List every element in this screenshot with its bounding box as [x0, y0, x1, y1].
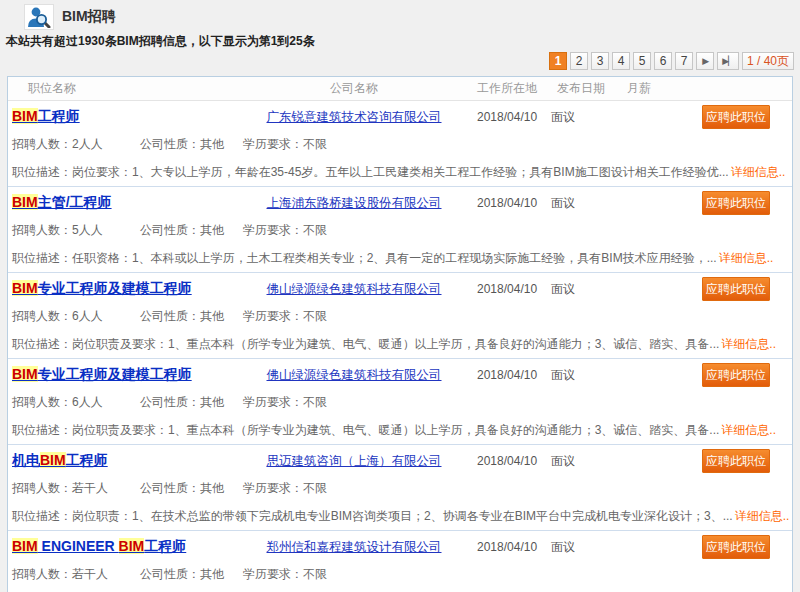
more-info-link[interactable]: 详细信息..: [721, 336, 776, 353]
job-title-cell: BIM专业工程师及建模工程师: [8, 280, 231, 298]
job-date-salary-cell: 2018/04/10面议: [477, 195, 637, 212]
next-page-button[interactable]: ▶: [696, 52, 714, 70]
job-row: BIM专业工程师及建模工程师 佛山绿源绿色建筑科技有限公司 2018/04/10…: [8, 359, 792, 445]
job-row-info-line: 招聘人数：2人人 公司性质：其他 学历要求：不限: [8, 131, 792, 158]
last-page-button[interactable]: ▶▏: [717, 52, 739, 70]
job-row-main-line: BIM专业工程师及建模工程师 佛山绿源绿色建筑科技有限公司 2018/04/10…: [8, 359, 792, 389]
page-button-2[interactable]: 2: [570, 52, 588, 70]
page-button-5[interactable]: 5: [633, 52, 651, 70]
job-post-date: 2018/04/10: [477, 196, 551, 210]
job-date-salary-cell: 2018/04/10面议: [477, 281, 637, 298]
stats-line: 本站共有超过1930条BIM招聘信息，以下显示为第1到25条: [0, 30, 800, 48]
page-title: BIM招聘: [62, 8, 116, 26]
keyword-highlight: BIM: [40, 452, 66, 468]
more-info-link[interactable]: 详细信息..: [719, 250, 774, 267]
job-title-link[interactable]: BIM专业工程师及建模工程师: [12, 366, 192, 382]
header-company: 公司名称: [231, 80, 477, 97]
apply-button[interactable]: 应聘此职位: [702, 277, 770, 301]
job-post-date: 2018/04/10: [477, 540, 551, 554]
logo-box: [24, 4, 54, 30]
title-text: 工程师: [144, 538, 186, 554]
keyword-highlight: BIM: [12, 366, 38, 382]
job-row-info-line: 招聘人数：6人人 公司性质：其他 学历要求：不限: [8, 303, 792, 330]
job-table: 职位名称 公司名称 工作所在地 发布日期 月薪 BIM工程师 广东锐意建筑技术咨…: [7, 76, 793, 592]
job-post-date: 2018/04/10: [477, 282, 551, 296]
job-company-link[interactable]: 广东锐意建筑技术咨询有限公司: [267, 110, 442, 124]
job-title-cell: 机电BIM工程师: [8, 452, 231, 470]
title-text: 专业工程师及建模工程师: [38, 280, 192, 296]
desc-text: 任职资格：1、本科或以上学历，土木工程类相关专业；2、具有一定的工程现场实际施工…: [72, 250, 717, 267]
keyword-highlight: BIM: [119, 538, 145, 554]
pagination: 1234567 ▶ ▶▏ 1 / 40页: [0, 48, 800, 74]
job-row-main-line: BIM ENGINEER BIM工程师 郑州信和嘉程建筑设计有限公司 2018/…: [8, 531, 792, 561]
job-salary: 面议: [551, 196, 575, 210]
education-label: 学历要求：: [243, 481, 303, 495]
keyword-highlight: BIM: [12, 538, 38, 554]
education-value: 不限: [303, 395, 327, 409]
apply-button[interactable]: 应聘此职位: [702, 191, 770, 215]
recruit-count-label: 招聘人数：: [12, 223, 72, 237]
job-company-link[interactable]: 思迈建筑咨询（上海）有限公司: [267, 454, 442, 468]
desc-label: 职位描述：: [12, 422, 72, 439]
education-value: 不限: [303, 309, 327, 323]
recruit-count-pair: 招聘人数：若干人: [12, 566, 140, 583]
job-post-date: 2018/04/10: [477, 110, 551, 124]
job-row-desc-line: 职位描述：岗位要求：1、大专以上学历，年龄在35-45岁。五年以上工民建类相关工…: [8, 158, 792, 186]
page-button-6[interactable]: 6: [654, 52, 672, 70]
apply-button[interactable]: 应聘此职位: [702, 535, 770, 559]
job-row-info-line: 招聘人数：若干人 公司性质：其他 学历要求：不限: [8, 475, 792, 502]
job-title-link[interactable]: BIM ENGINEER BIM工程师: [12, 538, 186, 554]
job-company-link[interactable]: 佛山绿源绿色建筑科技有限公司: [267, 368, 442, 382]
job-company-cell: 思迈建筑咨询（上海）有限公司: [231, 453, 477, 470]
person-search-icon: [27, 6, 51, 28]
job-company-cell: 上海浦东路桥建设股份有限公司: [231, 195, 477, 212]
header-post-date: 发布日期: [557, 80, 627, 97]
job-company-link[interactable]: 郑州信和嘉程建筑设计有限公司: [267, 540, 442, 554]
more-info-link[interactable]: 详细信息..: [731, 164, 786, 181]
job-company-cell: 佛山绿源绿色建筑科技有限公司: [231, 281, 477, 298]
keyword-highlight: BIM: [12, 108, 38, 124]
page-button-1[interactable]: 1: [549, 52, 567, 70]
apply-button[interactable]: 应聘此职位: [702, 449, 770, 473]
job-row-main-line: BIM工程师 广东锐意建筑技术咨询有限公司 2018/04/10面议 应聘此职位: [8, 101, 792, 131]
desc-label: 职位描述：: [12, 508, 72, 525]
recruit-count-value: 6人人: [72, 395, 103, 409]
job-row: BIM工程师 广东锐意建筑技术咨询有限公司 2018/04/10面议 应聘此职位…: [8, 101, 792, 187]
desc-label: 职位描述：: [12, 164, 72, 181]
job-title-cell: BIM ENGINEER BIM工程师: [8, 538, 231, 556]
recruit-count-pair: 招聘人数：若干人: [12, 480, 140, 497]
title-text: 工程师: [38, 108, 80, 124]
company-nature-value: 其他: [200, 137, 224, 151]
job-title-link[interactable]: 机电BIM工程师: [12, 452, 108, 468]
education-label: 学历要求：: [243, 309, 303, 323]
job-date-salary-cell: 2018/04/10面议: [477, 539, 637, 556]
job-company-cell: 郑州信和嘉程建筑设计有限公司: [231, 539, 477, 556]
keyword-highlight: BIM: [12, 280, 38, 296]
table-header: 职位名称 公司名称 工作所在地 发布日期 月薪: [8, 77, 792, 101]
page-button-4[interactable]: 4: [612, 52, 630, 70]
job-date-salary-cell: 2018/04/10面议: [477, 453, 637, 470]
job-title-link[interactable]: BIM工程师: [12, 108, 80, 124]
job-row-main-line: 机电BIM工程师 思迈建筑咨询（上海）有限公司 2018/04/10面议 应聘此…: [8, 445, 792, 475]
job-company-link[interactable]: 佛山绿源绿色建筑科技有限公司: [267, 282, 442, 296]
job-company-cell: 佛山绿源绿色建筑科技有限公司: [231, 367, 477, 384]
education-pair: 学历要求：不限: [243, 308, 327, 325]
page-button-3[interactable]: 3: [591, 52, 609, 70]
apply-button[interactable]: 应聘此职位: [702, 363, 770, 387]
more-info-link[interactable]: 详细信息..: [735, 508, 790, 525]
job-title-link[interactable]: BIM专业工程师及建模工程师: [12, 280, 192, 296]
apply-button[interactable]: 应聘此职位: [702, 105, 770, 129]
job-salary: 面议: [551, 454, 575, 468]
job-company-link[interactable]: 上海浦东路桥建设股份有限公司: [267, 196, 442, 210]
job-title-link[interactable]: BIM主管/工程师: [12, 194, 112, 210]
more-info-link[interactable]: 详细信息..: [721, 422, 776, 439]
recruit-count-pair: 招聘人数：2人人: [12, 136, 140, 153]
page-button-7[interactable]: 7: [675, 52, 693, 70]
recruit-count-value: 若干人: [72, 481, 108, 495]
job-title-cell: BIM专业工程师及建模工程师: [8, 366, 231, 384]
title-text: ENGINEER: [38, 538, 119, 554]
company-nature-value: 其他: [200, 309, 224, 323]
title-text: 工程师: [66, 452, 108, 468]
recruit-count-pair: 招聘人数：5人人: [12, 222, 140, 239]
job-row-desc-line: 职位描述：任职资格：1、本科及以上学历，具有1年以上工作经验，有施工现场工作经验…: [8, 588, 792, 592]
